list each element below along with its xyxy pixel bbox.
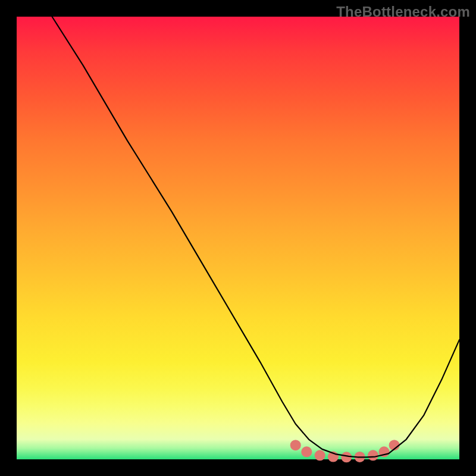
data-marker xyxy=(301,446,312,457)
plot-area xyxy=(17,17,459,459)
chart-svg xyxy=(17,17,459,459)
data-markers xyxy=(290,440,400,462)
curve-line xyxy=(52,17,459,457)
data-marker xyxy=(368,450,378,461)
chart-container: TheBottleneck.com xyxy=(0,0,476,476)
data-marker xyxy=(341,452,352,462)
data-marker xyxy=(290,440,301,450)
data-marker xyxy=(315,450,325,461)
